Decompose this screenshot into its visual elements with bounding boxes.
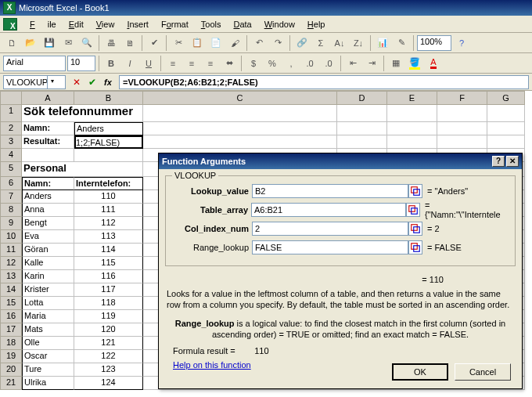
chart-icon[interactable]: 📊 (374, 34, 391, 52)
cell[interactable]: Olle (22, 337, 74, 350)
cell[interactable] (337, 122, 387, 135)
arg-input-lookup_value[interactable] (252, 184, 408, 198)
print-preview-icon[interactable]: 🗎 (121, 34, 138, 52)
cell[interactable]: Namn: (22, 177, 74, 190)
fill-color-icon[interactable]: 🪣 (406, 55, 423, 72)
row-head[interactable]: 16 (0, 310, 22, 323)
cell[interactable]: Anders (22, 190, 74, 204)
row-head[interactable]: 1 (0, 105, 22, 122)
cell[interactable] (74, 149, 143, 162)
cell[interactable]: 113 (74, 230, 143, 244)
range-select-icon[interactable] (408, 240, 422, 254)
row-head[interactable]: 14 (0, 283, 22, 297)
fx-icon[interactable]: fx (102, 76, 114, 88)
chevron-down-icon[interactable]: ▾ (47, 75, 56, 89)
accept-formula-icon[interactable]: ✔ (86, 76, 99, 88)
mail-icon[interactable]: ✉ (59, 34, 77, 52)
cell[interactable]: Kalle (22, 257, 74, 270)
cell[interactable] (387, 105, 437, 122)
spell-icon[interactable]: ✔ (146, 34, 163, 52)
col-head-c[interactable]: C (143, 91, 337, 105)
cell[interactable]: 115 (74, 257, 143, 270)
row-head[interactable]: 6 (0, 177, 22, 190)
cell[interactable] (22, 149, 74, 162)
autosum-icon[interactable]: Σ (312, 34, 329, 52)
row-head[interactable]: 10 (0, 230, 22, 244)
cell[interactable]: Mats (22, 323, 74, 337)
active-cell[interactable]: 1;2;FALSE) (74, 135, 143, 149)
cut-icon[interactable]: ✂ (170, 34, 187, 52)
increase-indent-icon[interactable]: ⇥ (363, 55, 380, 72)
formula-input[interactable]: =VLOOKUP(B2;A6:B21;2;FALSE) (119, 75, 529, 89)
select-all-corner[interactable] (0, 91, 22, 105)
cell[interactable] (387, 122, 437, 135)
cell[interactable] (437, 105, 487, 122)
cancel-formula-icon[interactable]: ✕ (70, 76, 83, 88)
align-center-icon[interactable]: ≡ (183, 55, 200, 72)
decrease-indent-icon[interactable]: ⇤ (344, 55, 361, 72)
ok-button[interactable]: OK (392, 363, 448, 381)
cell[interactable] (487, 122, 525, 135)
underline-icon[interactable]: U (140, 55, 157, 72)
drawing-icon[interactable]: ✎ (393, 34, 410, 52)
menu-tools[interactable]: Tools (195, 17, 228, 31)
cell[interactable]: 118 (74, 297, 143, 310)
row-head[interactable]: 9 (0, 217, 22, 230)
cell[interactable] (337, 105, 387, 122)
cell[interactable]: Karin (22, 270, 74, 283)
cell[interactable]: Resultat: (22, 135, 74, 149)
cell[interactable]: Oscar (22, 350, 74, 363)
cell[interactable]: Personal (22, 162, 143, 177)
zoom-box[interactable]: 100% (417, 35, 451, 51)
arg-input-col_index_num[interactable] (252, 222, 408, 236)
row-head[interactable]: 5 (0, 162, 22, 177)
help-icon[interactable]: ? (453, 34, 470, 52)
cell[interactable]: Maria (22, 310, 74, 323)
cell[interactable]: 112 (74, 217, 143, 230)
cell[interactable]: Göran (22, 244, 74, 257)
font-name-box[interactable]: Arial (3, 56, 66, 71)
cancel-button[interactable]: Cancel (455, 363, 511, 381)
cell[interactable] (143, 135, 337, 149)
copy-icon[interactable]: 📋 (189, 34, 206, 52)
menu-format[interactable]: Format (155, 17, 195, 31)
print-icon[interactable]: 🖶 (102, 34, 120, 52)
cell[interactable]: Ulrika (22, 377, 74, 390)
range-select-icon[interactable] (406, 203, 420, 217)
cell[interactable] (143, 105, 337, 122)
row-head[interactable]: 7 (0, 190, 22, 204)
cell[interactable]: 123 (74, 363, 143, 377)
row-head[interactable]: 17 (0, 323, 22, 337)
col-head-e[interactable]: E (387, 91, 437, 105)
dialog-titlebar[interactable]: Function Arguments ? ✕ (159, 153, 522, 169)
search-icon[interactable]: 🔍 (78, 34, 95, 52)
cell[interactable] (487, 105, 525, 122)
increase-decimal-icon[interactable]: .0 (301, 55, 318, 72)
comma-icon[interactable]: , (282, 55, 300, 72)
align-right-icon[interactable]: ≡ (202, 55, 219, 72)
name-box[interactable]: VLOOKUP▾ (3, 75, 66, 89)
merge-icon[interactable]: ⬌ (221, 55, 238, 72)
row-head[interactable]: 13 (0, 270, 22, 283)
format-painter-icon[interactable]: 🖌 (226, 34, 243, 52)
cell[interactable] (387, 135, 437, 149)
col-head-a[interactable]: A (22, 91, 74, 105)
redo-icon[interactable]: ↷ (269, 34, 286, 52)
row-head[interactable]: 12 (0, 257, 22, 270)
cell[interactable]: 121 (74, 337, 143, 350)
range-select-icon[interactable] (408, 184, 422, 198)
cell[interactable]: Interntelefon: (74, 177, 143, 190)
range-select-icon[interactable] (408, 222, 422, 236)
row-head[interactable]: 15 (0, 297, 22, 310)
cell[interactable]: 124 (74, 377, 143, 390)
cell[interactable]: Eva (22, 230, 74, 244)
font-color-icon[interactable]: A (425, 55, 442, 72)
col-head-g[interactable]: G (487, 91, 525, 105)
dialog-help-icon[interactable]: ? (492, 156, 505, 167)
cell[interactable]: 116 (74, 270, 143, 283)
arg-input-range_lookup[interactable] (252, 240, 408, 254)
bold-icon[interactable]: B (102, 55, 120, 72)
align-left-icon[interactable]: ≡ (164, 55, 182, 72)
currency-icon[interactable]: $ (245, 55, 262, 72)
cell[interactable]: 111 (74, 204, 143, 217)
